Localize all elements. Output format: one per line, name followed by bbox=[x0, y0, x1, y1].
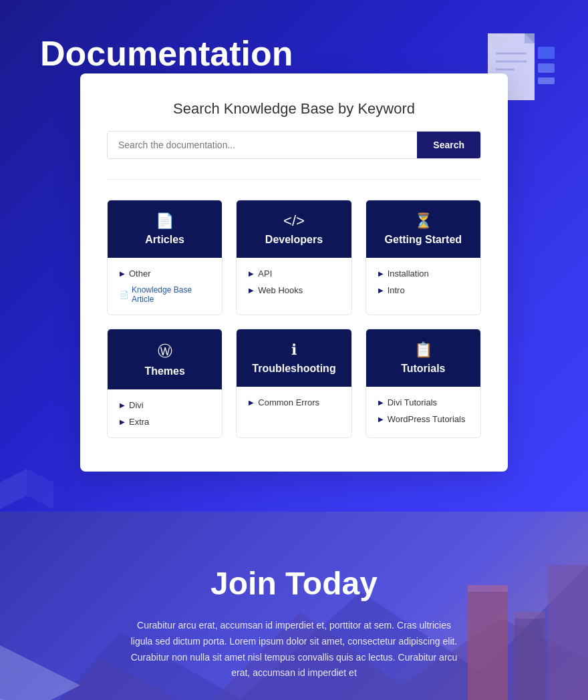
articles-kb-label: Knowledge Base Article bbox=[132, 285, 210, 304]
join-content: Join Today Curabitur arcu erat, accumsan… bbox=[127, 565, 461, 700]
themes-icon: Ⓦ bbox=[118, 341, 211, 361]
deco-bottom-left bbox=[0, 456, 53, 512]
articles-body: ▶ Other 📄 Knowledge Base Article bbox=[108, 258, 222, 315]
category-tutorials-header: 📋 Tutorials bbox=[366, 329, 480, 387]
svg-rect-15 bbox=[468, 592, 508, 700]
themes-link-divi[interactable]: ▶ Divi bbox=[120, 400, 210, 410]
themes-link-extra[interactable]: ▶ Extra bbox=[120, 417, 210, 427]
troubleshooting-label: Troubleshooting bbox=[247, 363, 340, 375]
svg-rect-16 bbox=[514, 619, 545, 700]
getting-started-link-intro[interactable]: ▶ Intro bbox=[378, 285, 468, 295]
arrow-icon-wordpress-tutorials: ▶ bbox=[378, 415, 384, 423]
arrow-icon-intro: ▶ bbox=[378, 287, 384, 294]
join-section: Join Today Curabitur arcu erat, accumsan… bbox=[0, 512, 588, 700]
getting-started-link-installation[interactable]: ▶ Installation bbox=[378, 269, 468, 279]
themes-divi-label: Divi bbox=[129, 400, 144, 410]
developers-api-label: API bbox=[258, 269, 272, 279]
category-articles-header: 📄 Articles bbox=[108, 200, 222, 258]
arrow-icon-extra: ▶ bbox=[120, 418, 125, 425]
developers-link-webhooks[interactable]: ▶ Web Hooks bbox=[249, 285, 339, 295]
category-developers: </> Developers ▶ API ▶ Web Hooks bbox=[236, 200, 351, 315]
themes-body: ▶ Divi ▶ Extra bbox=[108, 389, 222, 437]
developers-body: ▶ API ▶ Web Hooks bbox=[237, 258, 351, 306]
category-articles: 📄 Articles ▶ Other 📄 Knowledge Base Arti… bbox=[107, 200, 223, 315]
articles-link-other[interactable]: ▶ Other bbox=[120, 269, 210, 279]
join-description: Curabitur arcu erat, accumsan id imperdi… bbox=[127, 618, 461, 681]
tutorials-link-divi[interactable]: ▶ Divi Tutorials bbox=[378, 397, 468, 407]
main-card: Search Knowledge Base by Keyword Search … bbox=[80, 73, 508, 472]
troubleshooting-errors-label: Common Errors bbox=[258, 397, 319, 407]
arrow-icon-webhooks: ▶ bbox=[249, 287, 254, 294]
svg-marker-19 bbox=[514, 612, 545, 619]
themes-label: Themes bbox=[118, 365, 211, 377]
articles-link-kb[interactable]: 📄 Knowledge Base Article bbox=[120, 285, 210, 304]
arrow-icon-divi-tutorials: ▶ bbox=[378, 399, 384, 406]
troubleshooting-body: ▶ Common Errors bbox=[237, 387, 351, 418]
category-getting-started-header: ⏳ Getting Started bbox=[366, 200, 480, 258]
developers-link-api[interactable]: ▶ API bbox=[249, 269, 339, 279]
svg-marker-18 bbox=[468, 585, 508, 592]
page-title: Documentation bbox=[40, 33, 548, 73]
tutorials-label: Tutorials bbox=[377, 363, 470, 375]
developers-icon: </> bbox=[247, 212, 340, 230]
arrow-icon-common-errors: ▶ bbox=[249, 399, 254, 406]
search-heading: Search Knowledge Base by Keyword bbox=[107, 100, 481, 118]
themes-extra-label: Extra bbox=[129, 417, 149, 427]
category-developers-header: </> Developers bbox=[237, 200, 351, 258]
getting-started-installation-label: Installation bbox=[388, 269, 429, 279]
category-grid: 📄 Articles ▶ Other 📄 Knowledge Base Arti… bbox=[107, 200, 481, 438]
category-themes-header: Ⓦ Themes bbox=[108, 329, 222, 389]
svg-marker-9 bbox=[0, 469, 27, 509]
articles-icon: 📄 bbox=[118, 212, 211, 230]
arrow-icon-api: ▶ bbox=[249, 270, 254, 277]
getting-started-label: Getting Started bbox=[377, 234, 470, 246]
getting-started-icon: ⏳ bbox=[377, 212, 470, 230]
articles-label: Articles bbox=[118, 234, 211, 246]
svg-rect-8 bbox=[538, 77, 555, 84]
developers-webhooks-label: Web Hooks bbox=[258, 285, 303, 295]
arrow-icon-other: ▶ bbox=[120, 270, 125, 277]
category-getting-started: ⏳ Getting Started ▶ Installation ▶ Intro bbox=[365, 200, 481, 315]
category-tutorials: 📋 Tutorials ▶ Divi Tutorials ▶ WordPress… bbox=[365, 329, 481, 438]
arrow-icon-installation: ▶ bbox=[378, 270, 384, 277]
search-input[interactable] bbox=[108, 132, 417, 158]
tutorials-icon: 📋 bbox=[377, 341, 470, 359]
getting-started-body: ▶ Installation ▶ Intro bbox=[366, 258, 480, 306]
divider bbox=[107, 179, 481, 180]
articles-other-label: Other bbox=[129, 269, 151, 279]
troubleshooting-link-common-errors[interactable]: ▶ Common Errors bbox=[249, 397, 339, 407]
tutorials-link-wordpress[interactable]: ▶ WordPress Tutorials bbox=[378, 414, 468, 424]
join-title: Join Today bbox=[127, 565, 461, 602]
arrow-icon-divi: ▶ bbox=[120, 401, 125, 409]
category-troubleshooting: ℹ Troubleshooting ▶ Common Errors bbox=[236, 329, 351, 438]
svg-rect-17 bbox=[548, 565, 588, 700]
developers-label: Developers bbox=[247, 234, 340, 246]
category-troubleshooting-header: ℹ Troubleshooting bbox=[237, 329, 351, 387]
tutorials-divi-label: Divi Tutorials bbox=[388, 397, 437, 407]
tutorials-wordpress-label: WordPress Tutorials bbox=[388, 414, 466, 424]
search-button[interactable]: Search bbox=[417, 132, 480, 158]
getting-started-intro-label: Intro bbox=[388, 285, 405, 295]
search-container: Search bbox=[107, 131, 481, 159]
kb-icon: 📄 bbox=[120, 291, 129, 299]
troubleshooting-icon: ℹ bbox=[247, 341, 340, 359]
tutorials-body: ▶ Divi Tutorials ▶ WordPress Tutorials bbox=[366, 387, 480, 435]
svg-marker-10 bbox=[27, 469, 53, 509]
category-themes: Ⓦ Themes ▶ Divi ▶ Extra bbox=[107, 329, 223, 438]
